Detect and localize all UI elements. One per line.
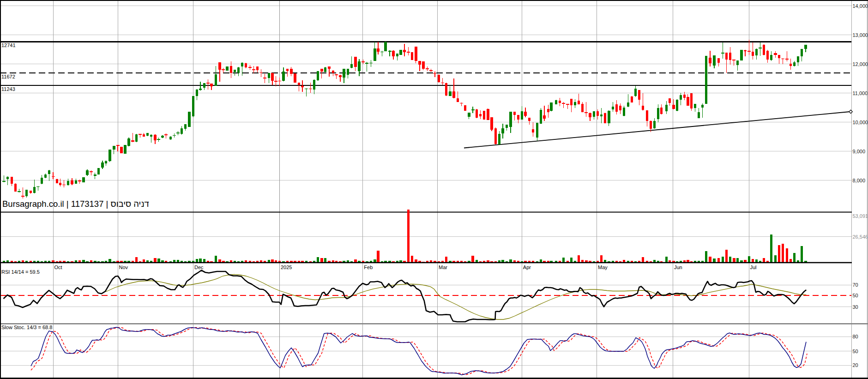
svg-text:12741: 12741 [1, 42, 16, 48]
svg-text:Feb: Feb [364, 265, 373, 270]
svg-text:50: 50 [853, 293, 858, 298]
svg-text:50: 50 [853, 349, 858, 354]
svg-text:10,000: 10,000 [853, 120, 868, 125]
svg-text:11672: 11672 [1, 74, 15, 79]
svg-text:RSI 14/14 = 59.5: RSI 14/14 = 59.5 [1, 269, 40, 275]
svg-text:Oct: Oct [54, 265, 62, 270]
svg-text:53,091: 53,091 [853, 213, 868, 219]
svg-text:Mar: Mar [439, 265, 447, 270]
svg-text:80: 80 [853, 334, 858, 339]
svg-text:2025: 2025 [281, 265, 292, 270]
svg-text:30: 30 [853, 304, 858, 310]
svg-text:12,000: 12,000 [853, 61, 868, 67]
svg-text:Slow Stoc. 14/3 = 68.8: Slow Stoc. 14/3 = 68.8 [1, 325, 52, 330]
svg-text:20: 20 [853, 362, 858, 368]
svg-text:13,000: 13,000 [853, 32, 868, 38]
svg-text:11243: 11243 [1, 86, 15, 92]
svg-text:14,000: 14,000 [853, 3, 868, 9]
svg-text:Jul: Jul [750, 265, 757, 270]
svg-text:Jun: Jun [674, 265, 682, 270]
svg-text:Dec: Dec [194, 265, 204, 270]
svg-text:8,000: 8,000 [853, 178, 866, 183]
svg-text:Apr: Apr [523, 265, 531, 270]
svg-text:Nov: Nov [119, 265, 128, 270]
svg-text:26,546: 26,546 [853, 234, 868, 240]
svg-text:May: May [598, 265, 608, 270]
svg-text:Bursagraph.co.il | 1173137 | ד: Bursagraph.co.il | 1173137 | דניה סיבוס [2, 199, 149, 209]
svg-text:70: 70 [853, 282, 858, 288]
svg-text:11,000: 11,000 [853, 90, 868, 96]
svg-text:9,000: 9,000 [853, 149, 866, 154]
